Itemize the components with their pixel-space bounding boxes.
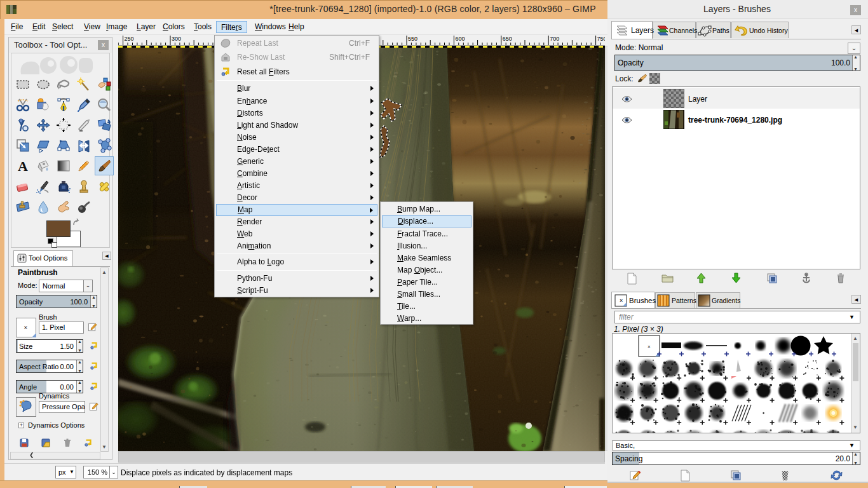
svg-text:700: 700 [550, 36, 559, 42]
svg-text:A: A [18, 158, 28, 173]
svg-text:550: 550 [408, 36, 417, 42]
svg-text:×: × [620, 297, 623, 304]
svg-text:750: 750 [597, 36, 605, 42]
svg-text:250: 250 [125, 36, 134, 42]
svg-text:600: 600 [455, 36, 465, 42]
svg-text:300: 300 [172, 36, 181, 42]
svg-text:×: × [648, 344, 651, 349]
svg-text:650: 650 [503, 36, 512, 42]
